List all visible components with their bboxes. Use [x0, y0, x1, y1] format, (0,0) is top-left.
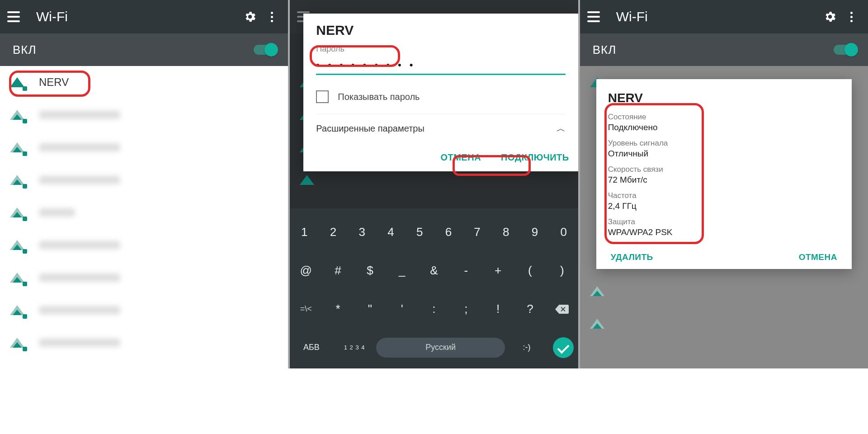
key[interactable]: ': [386, 290, 418, 328]
key[interactable]: 8: [491, 213, 520, 251]
wifi-network-item[interactable]: [0, 196, 288, 229]
panel-connect-dialog: NERV Пароль • • • • • • • • • Показывать…: [290, 0, 578, 368]
wifi-network-item[interactable]: [0, 261, 288, 294]
dialog-ssid: NERV: [316, 23, 565, 38]
key[interactable]: &: [418, 251, 450, 290]
wifi-toggle-row: ВКЛ: [0, 33, 288, 66]
panel-network-info: Wi-Fi ВКЛ NERV СостояниеПодключено Урове…: [580, 0, 868, 368]
key[interactable]: ": [354, 290, 386, 328]
show-password-label: Показывать пароль: [338, 92, 420, 102]
appbar-title: Wi-Fi: [36, 9, 237, 24]
key[interactable]: _: [386, 251, 418, 290]
freq-label: Частота: [608, 191, 840, 200]
key-sub[interactable]: 1 2 3 4: [333, 328, 376, 367]
wifi-network-item[interactable]: [0, 229, 288, 261]
wifi-network-item[interactable]: NERV: [0, 66, 288, 99]
connect-button[interactable]: ПОДКЛЮЧИТЬ: [498, 152, 572, 163]
hamburger-icon[interactable]: [587, 9, 604, 25]
key[interactable]: $: [354, 251, 386, 290]
panel-wifi-list: Wi-Fi ВКЛ NERV: [0, 0, 288, 368]
key[interactable]: *: [322, 290, 354, 328]
wifi-network-item[interactable]: [0, 294, 288, 326]
key[interactable]: 7: [463, 213, 492, 251]
checkbox-icon[interactable]: [316, 90, 329, 103]
advanced-label: Расширенные параметры: [316, 123, 424, 134]
speed-label: Скорость связи: [608, 165, 840, 174]
show-password-row[interactable]: Показывать пароль: [316, 90, 565, 103]
security-value: WPA/WPA2 PSK: [608, 227, 840, 237]
cancel-button[interactable]: ОТМЕНА: [438, 152, 484, 163]
status-value: Подключено: [608, 123, 840, 132]
key[interactable]: 5: [405, 213, 434, 251]
wifi-toggle[interactable]: [834, 45, 855, 55]
key[interactable]: 0: [549, 213, 578, 251]
overflow-icon[interactable]: [263, 8, 281, 26]
network-info-dialog: NERV СостояниеПодключено Уровень сигнала…: [596, 79, 852, 269]
settings-icon[interactable]: [241, 8, 259, 26]
settings-icon[interactable]: [821, 8, 839, 26]
wifi-network-item[interactable]: [0, 99, 288, 131]
key-backspace[interactable]: [546, 290, 578, 328]
key[interactable]: (: [514, 251, 546, 290]
key[interactable]: :: [418, 290, 450, 328]
chevron-up-icon: ︿: [557, 123, 566, 135]
appbar: Wi-Fi: [580, 0, 868, 33]
key[interactable]: 3: [348, 213, 377, 251]
wifi-network-item[interactable]: [0, 164, 288, 196]
key-abc[interactable]: АБВ: [290, 328, 333, 367]
signal-label: Уровень сигнала: [608, 139, 840, 148]
wifi-network-list: NERV: [0, 66, 288, 359]
key[interactable]: +: [482, 251, 514, 290]
key[interactable]: #: [322, 251, 354, 290]
wifi-network-item[interactable]: [0, 131, 288, 164]
key[interactable]: ?: [514, 290, 546, 328]
key[interactable]: ): [546, 251, 578, 290]
key[interactable]: @: [290, 251, 322, 290]
wifi-ssid: NERV: [39, 76, 69, 89]
speed-value: 72 Мбит/с: [608, 175, 840, 185]
wifi-network-item[interactable]: [0, 326, 288, 359]
connect-dialog: NERV Пароль • • • • • • • • • Показывать…: [303, 14, 578, 171]
overflow-icon[interactable]: [843, 8, 861, 26]
wifi-signal-icon: [8, 75, 26, 90]
status-label: Состояние: [608, 113, 840, 122]
password-input[interactable]: • • • • • • • • •: [316, 56, 565, 75]
key[interactable]: 1: [290, 213, 319, 251]
key-space[interactable]: Русский: [376, 338, 505, 358]
wifi-toggle-label: ВКЛ: [593, 43, 834, 57]
signal-value: Отличный: [608, 149, 840, 159]
advanced-toggle[interactable]: Расширенные параметры ︿: [316, 114, 565, 146]
hamburger-icon[interactable]: [7, 9, 24, 25]
key-symshift[interactable]: =\<: [290, 290, 322, 328]
dialog-ssid: NERV: [608, 91, 840, 105]
key[interactable]: 4: [377, 213, 406, 251]
security-label: Защита: [608, 217, 840, 226]
forget-button[interactable]: УДАЛИТЬ: [608, 252, 656, 263]
wifi-toggle[interactable]: [254, 45, 275, 55]
appbar-title: Wi-Fi: [616, 9, 817, 24]
key[interactable]: 6: [434, 213, 463, 251]
key[interactable]: !: [482, 290, 514, 328]
key[interactable]: ;: [450, 290, 482, 328]
freq-value: 2,4 ГГц: [608, 201, 840, 211]
key-enter[interactable]: [553, 337, 574, 358]
password-label: Пароль: [316, 44, 565, 54]
key-emoji[interactable]: :-): [505, 328, 548, 367]
key[interactable]: 9: [520, 213, 549, 251]
cancel-button[interactable]: ОТМЕНА: [796, 252, 840, 263]
key[interactable]: 2: [319, 213, 348, 251]
keyboard[interactable]: 1234567890 @#$_&-+() =\<*"':;!? АБВ 1 2 …: [290, 208, 578, 368]
key[interactable]: -: [450, 251, 482, 290]
wifi-toggle-row: ВКЛ: [580, 33, 868, 66]
wifi-toggle-label: ВКЛ: [13, 43, 254, 57]
appbar: Wi-Fi: [0, 0, 288, 33]
